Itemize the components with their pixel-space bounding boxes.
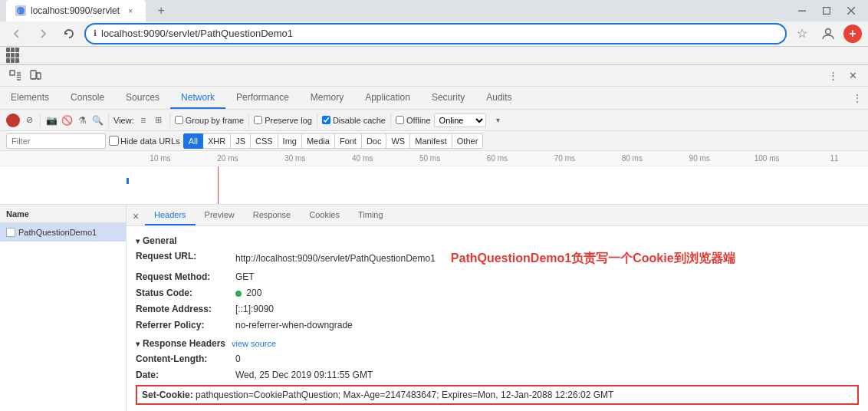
request-list-item[interactable]: PathQuestionDemo1: [0, 223, 126, 242]
mark-11: 11: [801, 154, 868, 163]
filter-btn[interactable]: ⚗: [76, 114, 88, 127]
offline-checkbox[interactable]: Offline: [396, 116, 431, 125]
detail-tab-headers[interactable]: Headers: [145, 206, 196, 225]
browser-tab[interactable]: i localhost:9090/servlet ×: [6, 0, 146, 21]
maximize-btn[interactable]: [816, 3, 837, 18]
filter-css-btn[interactable]: CSS: [251, 133, 278, 149]
bookmark-btn[interactable]: ☆: [791, 23, 813, 44]
filter-input[interactable]: [6, 133, 106, 149]
tab-network[interactable]: Network: [170, 87, 225, 109]
disable-cache-checkbox[interactable]: Disable cache: [322, 116, 386, 125]
set-cookie-label: Set-Cookie:: [142, 390, 193, 400]
filter-bar: Hide data URLs All XHR JS CSS Img Media …: [0, 131, 868, 151]
filter-img-btn[interactable]: Img: [278, 133, 302, 149]
apps-grid-icon[interactable]: [6, 48, 21, 63]
devtools-close-btn[interactable]: ✕: [843, 67, 862, 85]
new-tab-btn[interactable]: +: [152, 2, 170, 20]
status-code-value: 200: [235, 286, 261, 300]
tab-console[interactable]: Console: [60, 87, 115, 109]
detail-content: General Request URL: http://localhost:90…: [127, 226, 868, 411]
filter-manifest-btn[interactable]: Manifest: [410, 133, 452, 149]
svg-rect-7: [10, 71, 15, 75]
tab-performance[interactable]: Performance: [225, 87, 300, 109]
content-length-value: 0: [235, 352, 241, 366]
tab-sources[interactable]: Sources: [115, 87, 170, 109]
throttle-select[interactable]: Online Fast 3G Slow 3G Offline: [434, 113, 486, 127]
tab-audits[interactable]: Audits: [475, 87, 522, 109]
tab-elements[interactable]: Elements: [0, 87, 60, 109]
group-by-frame-checkbox[interactable]: Group by frame: [175, 116, 244, 125]
filter-doc-btn[interactable]: Doc: [362, 133, 387, 149]
detail-tab-preview[interactable]: Preview: [196, 206, 244, 225]
tab-application[interactable]: Application: [354, 87, 421, 109]
new-chrome-btn[interactable]: +: [843, 25, 862, 43]
forward-btn[interactable]: [32, 23, 54, 44]
grid-view-btn[interactable]: ⊞: [153, 114, 165, 127]
status-code-label: Status Code:: [136, 286, 235, 300]
user-icon[interactable]: [817, 23, 839, 44]
devtools-tabs: Elements Console Sources Network Perform…: [0, 87, 868, 110]
address-bar[interactable]: ℹ localhost:9090/servlet/PathQuestionDem…: [84, 23, 787, 44]
status-code-row: Status Code: 200: [136, 286, 859, 300]
mark-40ms: 40 ms: [329, 154, 396, 163]
status-green-dot: [235, 291, 242, 297]
request-url-value: http://localhost:9090/servlet/PathQuesti…: [235, 249, 735, 268]
search-btn[interactable]: 🔍: [91, 114, 104, 127]
address-text: localhost:9090/servlet/PathQuestionDemo1: [101, 28, 778, 39]
timeline-body: [0, 166, 868, 204]
filter-js-btn[interactable]: JS: [231, 133, 251, 149]
list-view-btn[interactable]: ≡: [137, 114, 150, 127]
filter-ws-btn[interactable]: WS: [386, 133, 410, 149]
request-method-label: Request Method:: [136, 270, 235, 284]
filter-all-btn[interactable]: All: [183, 133, 203, 149]
referrer-policy-label: Referrer Policy:: [136, 318, 235, 332]
clear-btn[interactable]: ⊘: [23, 114, 35, 127]
view-source-link[interactable]: view source: [232, 339, 276, 348]
navigation-bar: ℹ localhost:9090/servlet/PathQuestionDem…: [0, 21, 868, 47]
back-btn[interactable]: [6, 23, 28, 44]
detail-tab-timing[interactable]: Timing: [349, 206, 393, 225]
filter-media-btn[interactable]: Media: [302, 133, 335, 149]
remote-address-row: Remote Address: [::1]:9090: [136, 302, 859, 316]
network-toolbar: ⊘ 📷 🚫 ⚗ 🔍 View: ≡ ⊞ Group by frame Prese…: [0, 110, 868, 131]
mark-60ms: 60 ms: [464, 154, 531, 163]
devtools-panel: ⋮ ✕ Elements Console Sources Network Per…: [0, 64, 868, 411]
name-column-header: Name: [0, 205, 126, 223]
date-value: Wed, 25 Dec 2019 09:11:55 GMT: [235, 368, 373, 382]
throttle-settings-btn[interactable]: ▾: [489, 111, 508, 130]
title-bar: i localhost:9090/servlet × +: [0, 0, 868, 21]
refresh-btn[interactable]: [58, 23, 80, 44]
tab-favicon: i: [15, 5, 26, 16]
mark-30ms: 30 ms: [261, 154, 329, 163]
tab-memory[interactable]: Memory: [300, 87, 354, 109]
toolbar-separator-5: [317, 113, 317, 127]
detail-close-btn[interactable]: ×: [127, 207, 145, 225]
filter-font-btn[interactable]: Font: [335, 133, 362, 149]
filter-other-btn[interactable]: Other: [452, 133, 484, 149]
detail-tab-response[interactable]: Response: [244, 206, 301, 225]
close-btn[interactable]: [840, 3, 862, 18]
hide-data-urls-checkbox[interactable]: Hide data URLs: [109, 136, 180, 146]
tab-title: localhost:9090/servlet: [31, 5, 120, 16]
preserve-log-checkbox[interactable]: Preserve log: [254, 116, 312, 125]
clear-network-btn[interactable]: 🚫: [61, 114, 73, 127]
timeline-ruler: 10 ms 20 ms 30 ms 40 ms 50 ms 60 ms 70 m…: [0, 151, 868, 166]
filter-xhr-btn[interactable]: XHR: [203, 133, 231, 149]
device-toolbar-btn[interactable]: [26, 67, 44, 85]
tab-close-btn[interactable]: ×: [124, 5, 136, 17]
detail-tab-cookies[interactable]: Cookies: [300, 206, 349, 225]
capture-screenshots-btn[interactable]: 📷: [45, 114, 58, 127]
annotation-text: PathQuestionDemo1负责写一个Cookie到浏览器端: [451, 249, 735, 268]
devtools-settings-btn[interactable]: ⋮: [824, 67, 842, 85]
content-length-row: Content-Length: 0: [136, 352, 859, 366]
record-btn[interactable]: [6, 113, 20, 127]
tab-security[interactable]: Security: [421, 87, 475, 109]
inspect-element-btn[interactable]: [6, 67, 25, 85]
more-tabs-btn[interactable]: ⋮: [847, 87, 868, 109]
date-label: Date:: [136, 368, 235, 382]
lock-icon: ℹ: [94, 28, 97, 38]
browser-frame: i localhost:9090/servlet × +: [0, 0, 868, 411]
set-cookie-value: pathquestion=CookiePathQuestion; Max-Age…: [196, 390, 613, 400]
mark-100ms: 100 ms: [733, 154, 801, 163]
minimize-btn[interactable]: [791, 3, 813, 18]
